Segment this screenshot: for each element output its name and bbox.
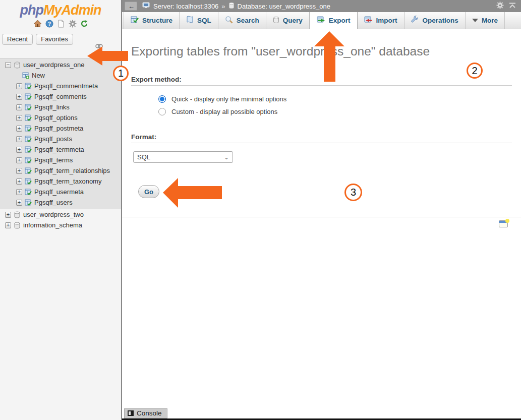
export-icon [317,16,325,25]
tab-search[interactable]: Search [218,12,266,29]
expand-toggle-icon[interactable]: + [16,126,22,132]
format-select[interactable]: SQL ⌄ [133,151,233,163]
tree-table-row[interactable]: + Pgsqff_term_taxonomy [0,176,121,187]
phpmyadmin-logo[interactable]: phpMyAdmin [0,0,121,18]
expand-toggle-icon[interactable]: + [16,178,22,185]
tree-table-row[interactable]: + Pgsqff_comments [0,91,121,102]
tree-db-label[interactable]: information_schema [23,221,82,229]
tree-table-row[interactable]: + Pgsqff_users [0,197,121,208]
expand-toggle-icon[interactable]: + [16,157,22,163]
tree-table-label[interactable]: Pgsqff_comments [34,93,87,100]
tab-export[interactable]: Export [310,12,358,29]
tree-new-label[interactable]: New [32,72,45,79]
tree-table-label[interactable]: Pgsqff_usermeta [34,188,84,196]
server-breadcrumb-bar: ← Server: localhost:3306 » Database: use… [122,0,521,12]
expand-toggle-icon[interactable]: + [16,168,22,174]
expand-toggle-icon[interactable]: + [16,83,22,89]
help-icon[interactable]: ? [45,20,53,30]
table-icon [25,189,32,196]
tree-table-label[interactable]: Pgsqff_links [34,103,70,111]
expand-toggle-icon[interactable]: + [16,136,22,142]
expand-toggle-icon[interactable]: + [16,104,22,110]
quick-radio-button[interactable] [158,95,166,103]
back-button[interactable]: ← [125,2,137,11]
tab-query[interactable]: Query [266,12,310,29]
annotation-arrow-1 [87,45,129,67]
table-icon [25,114,32,122]
expand-toggle-icon[interactable]: + [16,94,22,100]
breadcrumb-server[interactable]: Server: localhost:3306 [153,3,218,10]
tree-table-row[interactable]: + Pgsqff_options [0,112,121,123]
favorites-button[interactable]: Favorites [36,34,73,45]
tree-table-label[interactable]: Pgsqff_users [34,199,73,206]
expand-toggle-icon[interactable]: + [16,115,22,121]
table-icon [25,167,32,174]
tab-label: SQL [197,17,211,24]
topbar-right-icons [496,2,516,11]
page-related-settings-icon[interactable] [499,219,509,228]
tree-table-row[interactable]: + Pgsqff_posts [0,134,121,144]
custom-radio-label: Custom - display all possible options [171,108,277,115]
server-icon [142,2,150,11]
custom-export-option[interactable]: Custom - display all possible options [158,105,512,118]
tree-table-row[interactable]: + Pgsqff_termmeta [0,144,121,155]
database-icon [14,222,21,229]
tree-table-row[interactable]: + Pgsqff_commentmeta [0,81,121,91]
home-icon[interactable] [33,20,42,30]
settings-gear-icon[interactable] [69,20,77,30]
tab-label: More [482,17,498,24]
tree-db-information-schema[interactable]: + information_schema [0,220,121,230]
tree-table-row[interactable]: + Pgsqff_usermeta [0,187,121,197]
breadcrumb-database[interactable]: Database: user_wordpress_one [238,3,330,10]
tree-table-row[interactable]: + Pgsqff_postmeta [0,123,121,134]
tree-db-label[interactable]: user_wordpress_two [23,211,84,218]
tree-db-user-wordpress-two[interactable]: + user_wordpress_two [0,209,121,220]
tree-table-label[interactable]: Pgsqff_terms [34,156,73,164]
tree-table-label[interactable]: Pgsqff_term_relationships [34,167,110,174]
tree-table-label[interactable]: Pgsqff_postmeta [34,125,83,132]
tree-table-row[interactable]: + Pgsqff_terms [0,155,121,165]
sidebar-icon-toolbar: ? [0,20,121,29]
table-icon [25,125,32,132]
page-settings-gear-icon[interactable] [496,2,504,11]
tree-table-row[interactable]: + Pgsqff_links [0,102,121,112]
documentation-icon[interactable] [57,20,65,30]
go-button[interactable]: Go [138,185,159,198]
tree-table-label[interactable]: Pgsqff_posts [34,135,72,143]
tree-table-row[interactable]: + Pgsqff_term_relationships [0,165,121,176]
annotation-step-2: 2 [467,63,483,79]
collapse-toggle-icon[interactable]: − [5,62,11,68]
refresh-icon[interactable] [80,20,88,30]
collapse-to-top-icon[interactable] [509,3,516,10]
tree-table-label[interactable]: Pgsqff_options [34,114,78,122]
tab-import[interactable]: Import [358,12,404,29]
expand-toggle-icon[interactable]: + [16,200,22,206]
annotation-step-1: 1 [113,66,129,81]
database-icon-small [228,2,235,11]
console-toggle[interactable]: Console [124,408,167,418]
database-tree: − user_wordpress_one New + Pgsqff_commen… [0,58,121,230]
console-label: Console [137,409,162,417]
expand-toggle-icon[interactable]: + [5,222,11,228]
tab-label: Operations [423,17,458,24]
tree-table-label[interactable]: Pgsqff_term_taxonomy [34,177,101,185]
tree-table-label[interactable]: Pgsqff_commentmeta [34,82,98,90]
table-icon [25,83,32,90]
custom-radio-button[interactable] [158,108,166,115]
tab-operations[interactable]: Operations [404,12,466,29]
expand-toggle-icon[interactable]: + [16,189,22,195]
tab-more[interactable]: More [466,12,505,29]
tree-table-label[interactable]: Pgsqff_termmeta [34,146,84,153]
expand-toggle-icon[interactable]: + [16,147,22,153]
quick-export-option[interactable]: Quick - display only the minimal options [158,93,512,105]
tree-db-label[interactable]: user_wordpress_one [23,61,84,69]
tab-structure[interactable]: Structure [124,12,180,29]
tree-item-new-table[interactable]: New [0,70,121,81]
tab-label: Structure [142,17,172,24]
table-icon [25,157,32,164]
expand-toggle-icon[interactable]: + [5,212,11,218]
search-icon [225,16,233,25]
tab-sql[interactable]: SQL [180,12,218,29]
recent-button[interactable]: Recent [2,34,33,45]
sql-icon [186,16,194,25]
